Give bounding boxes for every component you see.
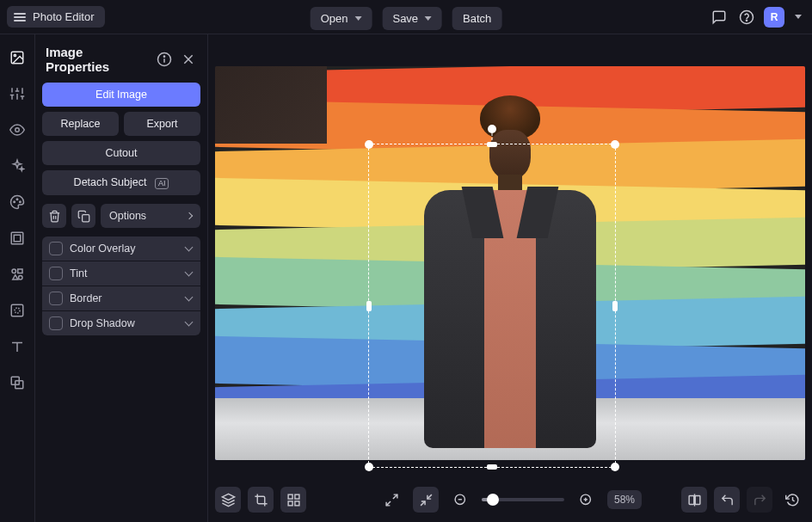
selection-handle-br[interactable] (611, 463, 619, 471)
export-button[interactable]: Export (124, 112, 200, 136)
canvas-stage[interactable] (215, 66, 805, 460)
selection-handle-b[interactable] (487, 464, 497, 470)
canvas-area: 58% (208, 34, 812, 522)
selection-handle-tl[interactable] (365, 140, 373, 149)
image-tool[interactable] (6, 46, 28, 69)
undo-button[interactable] (714, 487, 740, 513)
zoom-slider[interactable] (482, 498, 564, 501)
effect-drop-shadow[interactable]: Drop Shadow (42, 311, 200, 335)
layers-icon (221, 493, 236, 507)
frame-tool[interactable] (6, 227, 28, 249)
svg-line-39 (427, 494, 431, 499)
help-button[interactable] (736, 7, 757, 28)
effects-list: Color Overlay Tint Border Drop Shadow (42, 236, 200, 335)
eye-icon (9, 122, 25, 138)
svg-point-23 (15, 308, 20, 313)
zoom-slider-knob[interactable] (487, 494, 499, 506)
sparkle-icon (9, 158, 25, 174)
svg-marker-32 (222, 494, 234, 500)
overlay-tool[interactable] (6, 372, 28, 394)
hamburger-icon (14, 13, 26, 21)
compare-button[interactable] (681, 487, 707, 513)
svg-line-38 (386, 501, 391, 505)
tool-rail (0, 34, 35, 522)
chevron-down-icon (185, 318, 194, 327)
ai-tool[interactable] (6, 155, 28, 177)
user-menu-caret[interactable] (791, 7, 805, 28)
svg-point-16 (20, 201, 22, 203)
selection-rotate-handle[interactable] (488, 125, 496, 133)
selection-handle-t[interactable] (487, 142, 497, 147)
checkbox[interactable] (49, 267, 63, 280)
caret-down-icon (354, 16, 361, 21)
svg-rect-47 (695, 495, 700, 504)
selection-handle-bl[interactable] (365, 463, 373, 471)
selection-handle-l[interactable] (366, 301, 372, 311)
user-avatar[interactable]: R (764, 7, 784, 28)
edit-image-button[interactable]: Edit Image (42, 83, 200, 107)
adjust-tool[interactable] (6, 83, 28, 105)
selection-handle-tr[interactable] (611, 140, 619, 149)
caret-down-icon (425, 16, 432, 21)
svg-point-13 (15, 128, 20, 132)
redo-button[interactable] (747, 487, 772, 513)
open-menu[interactable]: Open (311, 7, 372, 30)
zoom-percent[interactable]: 58% (607, 490, 642, 509)
compare-icon (687, 493, 702, 507)
duplicate-icon (77, 210, 90, 223)
grid-button[interactable] (280, 487, 306, 513)
cutout-button[interactable]: Cutout (42, 141, 200, 165)
checkbox[interactable] (49, 316, 63, 330)
fit-button[interactable] (378, 487, 404, 513)
svg-point-0 (741, 10, 754, 23)
trash-icon (48, 210, 61, 223)
checkbox[interactable] (49, 242, 63, 255)
svg-point-21 (19, 276, 23, 280)
zoom-out-icon (452, 493, 467, 507)
topbar-right: R (709, 7, 805, 28)
chevron-right-icon (186, 212, 193, 219)
detach-subject-button[interactable]: Detach Subject AI (42, 170, 200, 195)
save-menu[interactable]: Save (382, 7, 442, 30)
zoom-out-button[interactable] (447, 487, 473, 513)
crop-button[interactable] (248, 487, 274, 513)
effect-color-overlay[interactable]: Color Overlay (42, 236, 200, 261)
svg-rect-18 (14, 235, 21, 242)
zoom-in-button[interactable] (573, 487, 599, 513)
svg-rect-31 (82, 214, 89, 221)
watermark-tool[interactable] (6, 299, 28, 322)
redo-icon (753, 493, 767, 507)
color-tool[interactable] (6, 191, 28, 213)
app-menu[interactable]: Photo Editor (7, 6, 105, 28)
undo-icon (720, 493, 735, 507)
actual-size-icon (418, 493, 433, 507)
duplicate-button[interactable] (71, 204, 95, 228)
brick-wall (215, 66, 327, 144)
info-icon (157, 52, 172, 67)
svg-rect-36 (294, 501, 298, 505)
panel-info-button[interactable] (156, 51, 173, 68)
replace-button[interactable]: Replace (42, 112, 119, 136)
elements-tool[interactable] (6, 263, 28, 286)
selection-box[interactable] (368, 144, 616, 468)
history-button[interactable] (779, 487, 805, 513)
actual-size-button[interactable] (413, 487, 439, 513)
effect-tint[interactable]: Tint (42, 261, 200, 286)
svg-line-40 (421, 501, 425, 505)
layers-button[interactable] (215, 487, 241, 513)
batch-button[interactable]: Batch (452, 7, 501, 30)
svg-rect-17 (11, 232, 23, 244)
panel-close-button[interactable] (180, 51, 197, 68)
options-menu[interactable]: Options (101, 204, 200, 228)
selection-handle-r[interactable] (612, 301, 618, 311)
text-tool[interactable] (6, 335, 28, 358)
look-tool[interactable] (6, 119, 28, 141)
effect-border[interactable]: Border (42, 286, 200, 310)
svg-rect-46 (689, 495, 694, 504)
delete-button[interactable] (42, 204, 66, 228)
svg-point-19 (12, 269, 16, 273)
comments-button[interactable] (709, 7, 729, 28)
svg-point-28 (163, 56, 164, 57)
checkbox[interactable] (49, 292, 63, 305)
svg-rect-35 (288, 501, 292, 505)
